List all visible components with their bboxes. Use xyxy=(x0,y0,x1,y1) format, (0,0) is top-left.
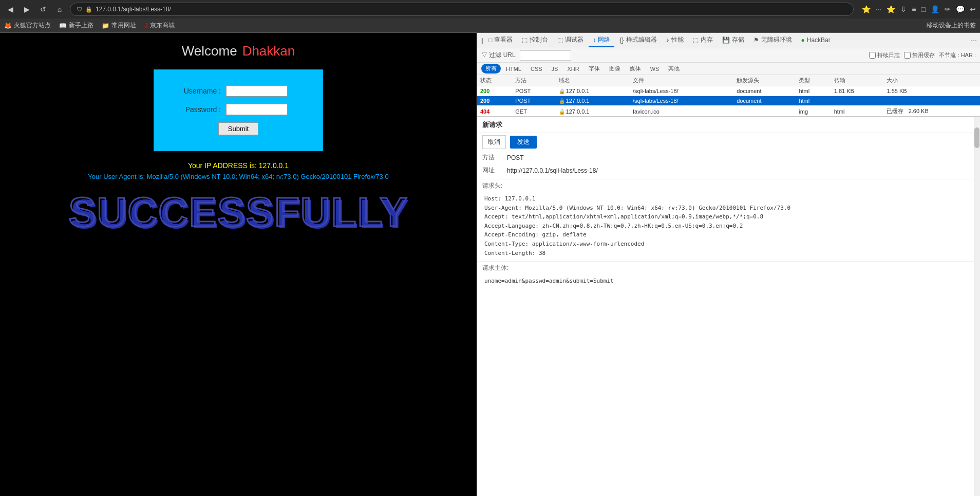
account-icon[interactable]: 👤 xyxy=(931,5,939,13)
network-filter-tabs: 所有 HTML CSS JS XHR 字体 图像 媒体 WS 其他 xyxy=(477,63,980,75)
filter-images[interactable]: 图像 xyxy=(605,64,625,74)
disable-cache-checkbox[interactable] xyxy=(904,52,911,59)
perf-icon: ♪ xyxy=(666,36,669,44)
bookmark-icon[interactable]: ⭐ xyxy=(862,5,871,13)
method-cell: POST xyxy=(512,86,555,96)
filter-media[interactable]: 媒体 xyxy=(626,64,645,74)
transfer-cell xyxy=(831,96,884,106)
bookmark-firefox[interactable]: 🦊 火狐官方站点 xyxy=(4,21,51,30)
table-row[interactable]: 200 POST 🔒127.0.0.1 /sqli-labs/Less-18/ … xyxy=(477,86,980,96)
password-label: Password : xyxy=(175,105,221,114)
forward-button[interactable]: ▶ xyxy=(21,3,33,15)
star-icon[interactable]: ⭐ xyxy=(887,5,895,13)
trigger-cell: document xyxy=(733,86,796,96)
tab-memory[interactable]: ⬚ 内存 xyxy=(689,33,717,47)
filter-xhr[interactable]: XHR xyxy=(563,65,583,73)
page-content: Welcome Dhakkan Username : Password : Su… xyxy=(0,33,477,496)
tab-storage[interactable]: 💾 存储 xyxy=(718,33,748,47)
transfer-cell: 1.81 KB xyxy=(831,86,884,96)
tab-accessibility[interactable]: ⚑ 无障碍环境 xyxy=(749,33,796,47)
cancel-button[interactable]: 取消 xyxy=(482,135,506,149)
mobile-bookmarks-button[interactable]: 移动设备上的书签 xyxy=(927,21,976,30)
type-cell: html xyxy=(796,96,831,106)
action-buttons-row: 取消 发送 xyxy=(477,133,980,151)
reload-button[interactable]: ↺ xyxy=(37,3,49,15)
tab-style-editor[interactable]: {} 样式编辑器 xyxy=(615,33,661,47)
url-filter-input[interactable] xyxy=(520,50,571,61)
network-content: 状态 方法 域名 文件 触发源头 类型 传输 大小 xyxy=(477,75,980,496)
url-bar[interactable]: 🛡 🔒 127.0.0.1/sqli-labs/Less-18/ xyxy=(70,3,854,16)
tab-network[interactable]: ↕ 网络 xyxy=(589,33,614,47)
back-arrow-icon[interactable]: ↩ xyxy=(970,5,976,13)
lock-icon: 🔒 xyxy=(559,88,565,94)
filter-button[interactable]: ▽ 过滤 URL xyxy=(481,51,516,60)
filter-css[interactable]: CSS xyxy=(526,65,546,73)
filter-other[interactable]: 其他 xyxy=(664,64,684,74)
scroll-thumb xyxy=(974,127,979,148)
tab-debugger[interactable]: ⬚ 调试器 xyxy=(553,33,588,47)
col-method: 方法 xyxy=(512,75,555,86)
pause-icon[interactable]: || xyxy=(480,37,483,44)
col-file: 文件 xyxy=(630,75,733,86)
bookmark-getting-started[interactable]: 📖 新手上路 xyxy=(59,21,93,30)
jd-icon: J xyxy=(144,22,148,29)
tab-performance[interactable]: ♪ 性能 xyxy=(662,33,688,47)
url-value: http://127.0.0.1/sqli-labs/Less-18/ xyxy=(507,167,598,174)
back-button[interactable]: ◀ xyxy=(4,3,16,15)
username-label: Username : xyxy=(175,87,221,95)
filter-ws[interactable]: WS xyxy=(646,65,664,73)
lock-icon: 🔒 xyxy=(85,6,92,13)
trigger-cell xyxy=(733,106,796,117)
more-icon[interactable]: ··· xyxy=(876,5,882,13)
tab-inspector[interactable]: □ 查看器 xyxy=(484,33,517,47)
table-row[interactable]: 200 POST 🔒127.0.0.1 /sqli-labs/Less-18/ … xyxy=(477,96,980,106)
username-row: Username : xyxy=(175,85,302,97)
bookmarks-bar: 🦊 火狐官方站点 📖 新手上路 📁 常用网址 J 京东商城 移动设备上的书签 xyxy=(0,19,980,33)
table-row[interactable]: 404 GET 🔒127.0.0.1 favicon.ico img html … xyxy=(477,106,980,117)
url-label: 网址 xyxy=(482,166,503,175)
size-cell: 已缓存 2.60 KB xyxy=(883,106,980,117)
disable-cache-option[interactable]: 禁用缓存 xyxy=(904,51,935,59)
scrollbar[interactable] xyxy=(974,117,980,496)
dhakkan-text: Dhakkan xyxy=(242,43,295,59)
status-badge: 404 xyxy=(480,108,489,115)
bookmark-jd[interactable]: J 京东商城 xyxy=(144,21,175,30)
password-input[interactable] xyxy=(226,104,288,115)
domain-cell: 🔒127.0.0.1 xyxy=(556,96,630,106)
method-cell: GET xyxy=(512,106,555,117)
filter-all[interactable]: 所有 xyxy=(481,64,501,74)
browser-icons: ⭐ ··· ⭐ ⇩ ≡ □ 👤 ✏ 💬 ↩ xyxy=(862,5,976,13)
more-devtools-icon[interactable]: ⋯ xyxy=(971,37,977,44)
request-headers-label: 请求头: xyxy=(477,179,980,192)
method-label: 方法 xyxy=(482,153,503,162)
filter-fonts[interactable]: 字体 xyxy=(585,64,604,74)
security-icon: 🛡 xyxy=(77,6,82,12)
chat-icon[interactable]: 💬 xyxy=(956,5,965,13)
network-icon: ↕ xyxy=(593,36,596,44)
send-button[interactable]: 发送 xyxy=(510,136,537,149)
mobile-btn-label: 移动设备上的书签 xyxy=(927,22,976,29)
persistent-log-checkbox[interactable] xyxy=(869,52,876,59)
bookmark-common-sites[interactable]: 📁 常用网址 xyxy=(102,21,136,30)
transfer-cell: html xyxy=(831,106,884,117)
tab-hackbar[interactable]: ● HackBar xyxy=(797,34,835,47)
edit-icon[interactable]: ✏ xyxy=(945,5,951,13)
status-badge: 200 xyxy=(480,88,489,94)
throttle-option: 不节流 : HAR : xyxy=(939,51,976,59)
filter-html[interactable]: HTML xyxy=(502,65,525,73)
sidebar-icon[interactable]: ≡ xyxy=(912,5,916,13)
window-icon[interactable]: □ xyxy=(921,5,926,13)
request-body-content: uname=admin&passwd=admin&submit=Submit xyxy=(477,274,980,288)
size-cell: 1.55 KB xyxy=(883,86,980,96)
browser-toolbar: ◀ ▶ ↺ ⌂ 🛡 🔒 127.0.0.1/sqli-labs/Less-18/… xyxy=(0,0,980,19)
domain-cell: 🔒127.0.0.1 xyxy=(556,106,630,117)
tab-console[interactable]: ⬚ 控制台 xyxy=(518,33,552,47)
persistent-log-option[interactable]: 持续日志 xyxy=(869,51,900,59)
filter-js[interactable]: JS xyxy=(548,65,562,73)
download-icon[interactable]: ⇩ xyxy=(900,5,907,13)
url-text: 127.0.0.1/sqli-labs/Less-18/ xyxy=(96,6,171,13)
home-button[interactable]: ⌂ xyxy=(53,3,66,15)
submit-button[interactable]: Submit xyxy=(218,122,258,135)
username-input[interactable] xyxy=(226,85,288,97)
network-left: 状态 方法 域名 文件 触发源头 类型 传输 大小 xyxy=(477,75,980,496)
